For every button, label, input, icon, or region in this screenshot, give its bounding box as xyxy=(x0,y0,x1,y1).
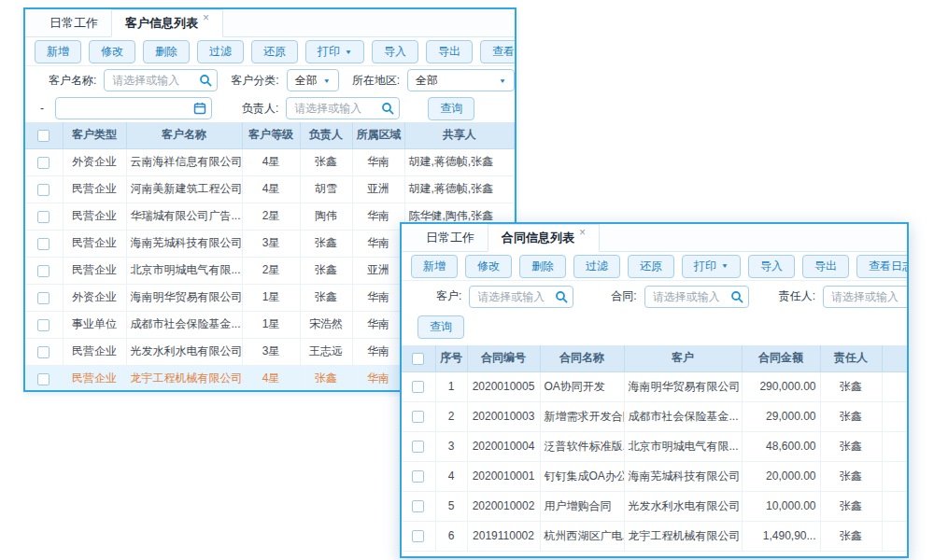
owner-link[interactable]: 宋浩然 xyxy=(300,311,352,338)
owner-link[interactable]: 胡雪 xyxy=(300,175,352,203)
customer-name-link[interactable]: 北京市明城电气有限... xyxy=(126,257,242,284)
contract-code-link[interactable]: 2020010003 xyxy=(467,401,540,431)
toolbar-button[interactable]: 导入 xyxy=(372,40,418,63)
table-row[interactable]: 3 2020010004 泛普软件标准版... 北京市明城电气有限... 48,… xyxy=(402,431,909,461)
toolbar-button[interactable]: 导出 xyxy=(802,255,849,278)
close-icon[interactable]: × xyxy=(203,11,209,24)
responsible-input[interactable] xyxy=(823,286,909,308)
contract-code-link[interactable]: 2020010002 xyxy=(467,491,540,521)
row-checkbox[interactable] xyxy=(37,319,50,331)
search-icon[interactable] xyxy=(199,74,212,87)
customer-name-link[interactable]: 成都市社会保险基金... xyxy=(126,311,242,338)
contract-code-link[interactable]: 2020010004 xyxy=(467,431,540,461)
chevron-down-icon: ▼ xyxy=(323,77,331,83)
toolbar-button[interactable]: 修改 xyxy=(465,255,512,278)
customer-name-link[interactable]: 龙宇工程机械有限公司 xyxy=(126,365,242,392)
toolbar-button[interactable]: 新增 xyxy=(35,40,81,63)
table-row[interactable]: 6 2019110002 杭州西湖区广电... 龙宇工程机械有限公司 1,490… xyxy=(402,521,909,551)
customer-category-select[interactable]: 全部 ▼ xyxy=(287,69,339,91)
contract-name-link[interactable]: OA协同开发 xyxy=(540,371,624,401)
customer-link[interactable]: 成都市社会保险基金... xyxy=(624,401,742,431)
customer-name-link[interactable]: 海南芜城科技有限公司 xyxy=(126,230,242,257)
owner-link[interactable]: 陶伟 xyxy=(300,203,352,230)
customer-link[interactable]: 北京市明城电气有限... xyxy=(624,431,742,461)
toolbar-button[interactable]: 过滤 xyxy=(197,40,244,63)
owner-link[interactable]: 张鑫 xyxy=(300,257,352,284)
tab[interactable]: 客户信息列表 × xyxy=(111,9,223,37)
row-checkbox[interactable] xyxy=(412,530,424,542)
row-checkbox[interactable] xyxy=(37,292,50,304)
search-icon[interactable] xyxy=(730,290,743,303)
owner-link[interactable]: 张鑫 xyxy=(300,148,352,175)
table-row[interactable]: 1 2020010005 OA协同开发 海南明华贸易有限公司 290,000.0… xyxy=(402,371,909,401)
toolbar-button[interactable]: 还原 xyxy=(251,40,298,63)
search-icon[interactable] xyxy=(381,102,394,115)
toolbar-button-label: 删除 xyxy=(531,259,554,274)
row-checkbox[interactable] xyxy=(412,470,424,483)
contract-name-link[interactable]: 用户增购合同 xyxy=(540,491,624,521)
toolbar-button[interactable]: 打印 ▼ xyxy=(682,255,741,278)
calendar-icon[interactable] xyxy=(193,102,206,115)
query-button[interactable]: 查询 xyxy=(417,315,464,339)
toolbar-button[interactable]: 导出 xyxy=(426,40,473,63)
contract-name-link[interactable]: 泛普软件标准版... xyxy=(540,431,624,461)
toolbar-button[interactable]: 还原 xyxy=(628,255,674,278)
toolbar-button[interactable]: 查看日志 xyxy=(856,255,909,278)
customer-link[interactable]: 光发水利水电有限公司 xyxy=(624,491,742,521)
customer-level-cell: 1星 xyxy=(242,311,300,338)
row-number-cell: 1 xyxy=(435,371,467,401)
customer-link[interactable]: 海南明华贸易有限公司 xyxy=(624,371,742,401)
toolbar-button[interactable]: 删除 xyxy=(143,40,190,63)
row-checkbox[interactable] xyxy=(37,346,50,358)
select-all-checkbox[interactable] xyxy=(37,130,50,142)
date-range-input[interactable] xyxy=(55,97,212,119)
table-row[interactable]: 民营企业 河南美新建筑工程公司 4星 胡雪 亚洲 胡建,蒋德帧,张鑫 xyxy=(25,175,515,203)
search-icon[interactable] xyxy=(555,290,568,303)
row-checkbox[interactable] xyxy=(412,381,424,393)
tab[interactable]: 日常工作 xyxy=(36,9,111,36)
table-row[interactable]: 4 2020010001 钉钉集成OA办公 海南芜城科技有限公司 20,000.… xyxy=(402,461,909,491)
region-select[interactable]: 全部 ▼ xyxy=(407,69,515,91)
row-checkbox[interactable] xyxy=(37,157,50,169)
row-checkbox[interactable] xyxy=(37,373,50,385)
row-checkbox[interactable] xyxy=(412,500,424,512)
owner-link[interactable]: 张鑫 xyxy=(300,284,352,311)
owner-link[interactable]: 张鑫 xyxy=(300,365,352,392)
query-button[interactable]: 查询 xyxy=(428,97,474,120)
toolbar-button[interactable]: 导入 xyxy=(748,255,795,278)
close-icon[interactable]: × xyxy=(579,226,586,239)
customer-link[interactable]: 龙宇工程机械有限公司 xyxy=(624,521,742,551)
table-row[interactable]: 外资企业 云南海祥信息有限公司 4星 张鑫 华南 胡建,蒋德帧,张鑫 xyxy=(25,148,515,175)
customer-name-link[interactable]: 云南海祥信息有限公司 xyxy=(126,148,242,175)
row-checkbox[interactable] xyxy=(412,441,424,453)
customer-name-link[interactable]: 华瑞城有限公司广告... xyxy=(126,203,242,230)
tab[interactable]: 日常工作 xyxy=(413,224,488,251)
customer-name-link[interactable]: 河南美新建筑工程公司 xyxy=(126,175,242,203)
toolbar-button[interactable]: 打印 ▼ xyxy=(305,40,364,63)
customer-name-link[interactable]: 海南明华贸易有限公司 xyxy=(126,284,242,311)
contract-name-link[interactable]: 新增需求开发合同 xyxy=(540,401,624,431)
contract-code-link[interactable]: 2020010001 xyxy=(467,461,540,491)
tab[interactable]: 合同信息列表 × xyxy=(488,224,600,252)
row-checkbox[interactable] xyxy=(37,184,50,196)
contract-name-link[interactable]: 杭州西湖区广电... xyxy=(540,521,624,551)
select-all-checkbox[interactable] xyxy=(412,353,424,365)
contract-name-link[interactable]: 钉钉集成OA办公 xyxy=(540,461,624,491)
contract-code-link[interactable]: 2019110002 xyxy=(467,521,540,551)
toolbar-button[interactable]: 过滤 xyxy=(573,255,620,278)
table-row[interactable]: 5 2020010002 用户增购合同 光发水利水电有限公司 10,000.00… xyxy=(402,491,909,521)
table-row[interactable]: 2 2020010003 新增需求开发合同 成都市社会保险基金... 29,00… xyxy=(402,401,909,431)
customer-name-link[interactable]: 光发水利水电有限公司 xyxy=(126,338,242,365)
toolbar-button[interactable]: 修改 xyxy=(89,40,135,63)
owner-link[interactable]: 王志远 xyxy=(300,338,352,365)
toolbar-button[interactable]: 删除 xyxy=(519,255,566,278)
owner-link[interactable]: 张鑫 xyxy=(300,230,352,257)
contract-code-link[interactable]: 2020010005 xyxy=(467,371,540,401)
row-checkbox[interactable] xyxy=(37,211,50,223)
toolbar-button[interactable]: 查看日志 xyxy=(480,40,517,63)
row-checkbox[interactable] xyxy=(37,238,50,250)
row-checkbox[interactable] xyxy=(37,265,50,277)
customer-link[interactable]: 海南芜城科技有限公司 xyxy=(624,461,742,491)
row-checkbox[interactable] xyxy=(412,411,424,423)
toolbar-button[interactable]: 新增 xyxy=(411,255,458,278)
